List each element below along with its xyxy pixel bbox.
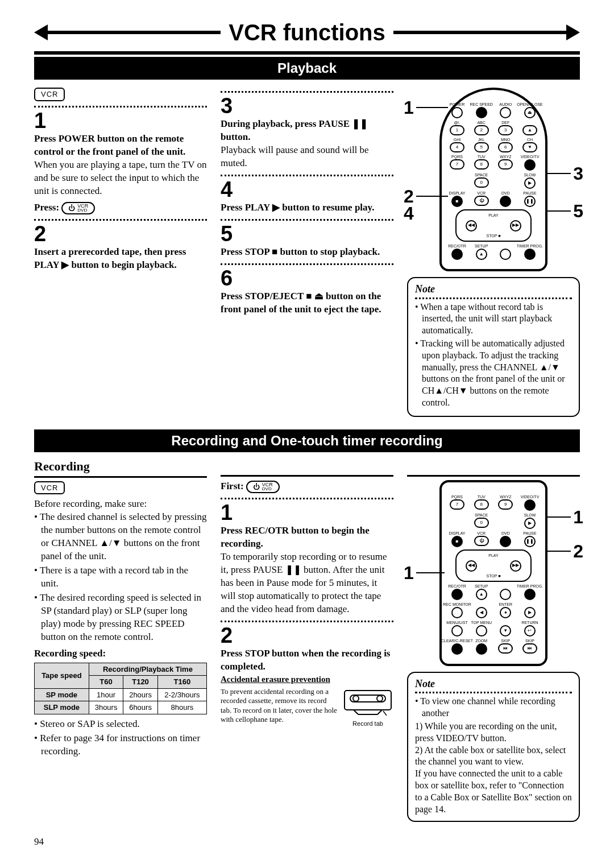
- recording-pre-bullet: The desired recording speed is selected …: [34, 592, 207, 644]
- recording-note: Note To view one channel while recording…: [407, 672, 580, 822]
- title-arrow-left-icon: [34, 24, 48, 40]
- note-bullet-head: To view one channel while recording anot…: [415, 696, 572, 720]
- remote-diagram-2: PQRS7 TUV8 WXYZ9 VIDEO/TV SPACE0 SLOW▶ D…: [439, 480, 547, 666]
- title-rule: [34, 51, 580, 55]
- svg-point-3: [377, 696, 383, 701]
- recording-pre-bullet: There is a tape with a record tab in the…: [34, 564, 207, 590]
- recording-columns: Recording VCR Before recording, make sur…: [34, 458, 580, 822]
- recording-col1: Recording VCR Before recording, make sur…: [34, 458, 207, 822]
- erasure-body: To prevent accidental recording on a rec…: [221, 687, 338, 724]
- step-number: 2: [34, 223, 207, 245]
- cassette-icon: Record tab: [342, 687, 393, 728]
- cassette-label: Record tab: [342, 720, 393, 728]
- erasure-title: Accidental erasure prevention: [221, 673, 393, 685]
- recording-col3: 1 2 1 PQRS7 TUV8 WXYZ9 VIDEO/TV SPACE0 S…: [407, 458, 580, 822]
- playback-col1: VCR 1 Press POWER button on the remote c…: [34, 88, 207, 416]
- rec-step1-body: To temporarily stop recording or to resu…: [221, 551, 393, 616]
- callout-5: 5: [573, 199, 583, 224]
- step6-head: Press STOP/EJECT ■ ⏏ button on the front…: [221, 290, 393, 316]
- note-title: Note: [415, 283, 572, 296]
- callout-3: 3: [573, 162, 583, 186]
- recording-post-bullet: Refer to page 34 for instructions on tim…: [34, 732, 207, 758]
- step1-body: When you are playing a tape, turn the TV…: [34, 159, 207, 198]
- recording-pre-bullet: The desired channel is selected by press…: [34, 511, 207, 563]
- callout-2: 2: [573, 539, 583, 564]
- step-number: 1: [34, 110, 207, 131]
- step1-head: Press POWER button on the remote control…: [34, 133, 207, 159]
- step-number: 5: [221, 223, 393, 245]
- step-number: 4: [221, 179, 393, 200]
- step5-head: Press STOP ■ button to stop playback.: [221, 246, 393, 259]
- playback-note: Note When a tape without record tab is i…: [407, 277, 580, 417]
- press-label: Press:: [34, 202, 59, 213]
- title-arrow-right-icon: [566, 24, 580, 40]
- step4-head: Press PLAY ▶ button to resume play.: [221, 201, 393, 214]
- rec-step2-head: Press STOP button when the recording is …: [221, 647, 393, 673]
- first-label: First:: [221, 481, 244, 491]
- subtitle-playback: Playback: [34, 57, 580, 80]
- note-line: 1) While you are recording on the unit, …: [415, 721, 572, 745]
- step3-head: During playback, press PAUSE ❚❚ button.: [221, 118, 393, 144]
- rec-step1-head: Press REC/OTR button to begin the record…: [221, 524, 393, 551]
- playback-col3: 1 3 2 4 5 POWER REC SPEED AUDIO OPEN/CLO…: [407, 88, 580, 416]
- vcr-badge-icon: VCR: [34, 481, 65, 495]
- note-bullet: When a tape without record tab is insert…: [415, 301, 572, 337]
- note-bullet: Tracking will be automatically adjusted …: [415, 338, 572, 409]
- callout-1l: 1: [404, 561, 414, 585]
- callout-1r: 1: [573, 505, 583, 530]
- recording-col2: First: ⏻ VCR DVD 1 Press REC/OTR button …: [221, 458, 393, 822]
- vcr-pill-icon: ⏻ VCR DVD: [61, 202, 95, 214]
- step-number: 3: [221, 95, 393, 117]
- vcr-badge-icon: VCR: [34, 88, 65, 101]
- svg-rect-0: [345, 691, 391, 710]
- svg-point-2: [353, 696, 359, 701]
- note-line: If you have connected the unit to a cabl…: [415, 768, 572, 815]
- recording-speed-table: Tape speed Recording/Playback Time T60 T…: [34, 663, 207, 714]
- recording-intro: Before recording, make sure:: [34, 498, 207, 511]
- step2-head: Insert a prerecorded tape, then press PL…: [34, 246, 207, 272]
- page-title: VCR functions: [221, 17, 393, 48]
- page-title-wrap: VCR functions: [34, 17, 580, 48]
- callout-1: 1: [404, 96, 414, 120]
- step-number: 2: [221, 625, 393, 646]
- step-number: 1: [221, 502, 393, 523]
- playback-columns: VCR 1 Press POWER button on the remote c…: [34, 88, 580, 416]
- recording-post-bullet: Stereo or SAP is selected.: [34, 718, 207, 731]
- callout-4: 4: [404, 201, 414, 226]
- page-number: 94: [34, 836, 580, 849]
- remote-diagram: POWER REC SPEED AUDIO OPEN/CLOSE⏏ @/.1 A…: [439, 88, 547, 271]
- step3-body: Playback will pause and sound will be mu…: [221, 144, 393, 170]
- note-line: 2) At the cable box or satellite box, se…: [415, 745, 572, 768]
- subtitle-recording: Recording and One-touch timer recording: [34, 429, 580, 452]
- note-title: Note: [415, 677, 572, 691]
- recording-speed-head: Recording speed:: [34, 647, 207, 660]
- vcr-pill-icon: ⏻ VCR DVD: [246, 481, 280, 493]
- step-number: 6: [221, 267, 393, 289]
- recording-heading: Recording: [34, 458, 207, 475]
- playback-col2: 3 During playback, press PAUSE ❚❚ button…: [221, 88, 393, 416]
